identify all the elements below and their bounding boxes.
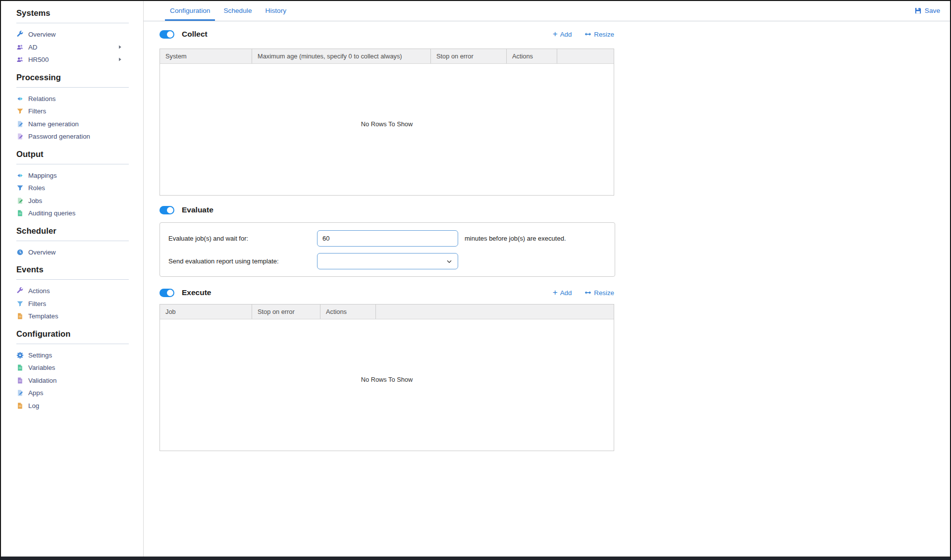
sidebar-item-label: Auditing queries bbox=[28, 209, 75, 217]
sidebar-item-templates[interactable]: Templates bbox=[16, 310, 134, 323]
document-edit-icon bbox=[16, 389, 24, 397]
toggle-knob bbox=[167, 290, 173, 296]
resize-arrows-icon bbox=[584, 31, 591, 38]
plus-icon: + bbox=[553, 288, 558, 297]
sidebar-item-relations[interactable]: Relations bbox=[16, 93, 134, 105]
collect-resize-button[interactable]: Resize bbox=[584, 30, 614, 38]
document-icon bbox=[16, 377, 24, 384]
sidebar-item-filters-events[interactable]: Filters bbox=[16, 298, 134, 310]
plus-icon: + bbox=[553, 30, 558, 38]
collect-empty-message: No Rows To Show bbox=[160, 120, 614, 128]
relation-arrows-icon bbox=[16, 172, 24, 179]
sidebar-section-output: Output Mappings Roles Jobs Auditing quer… bbox=[16, 150, 143, 220]
chevron-right-icon bbox=[117, 56, 123, 62]
sidebar-item-label: AD bbox=[28, 44, 37, 51]
collect-table-header: System Maximum age (minutes, specify 0 t… bbox=[160, 49, 614, 64]
relation-arrows-icon bbox=[16, 95, 24, 102]
execute-table-body: No Rows To Show bbox=[160, 319, 614, 451]
column-header-stop-on-error: Stop on error bbox=[430, 49, 506, 63]
execute-section-header: Execute + Add Resize bbox=[159, 288, 614, 297]
main-panel: Configuration Schedule History Save Coll… bbox=[144, 0, 951, 560]
clock-icon bbox=[16, 249, 24, 256]
sidebar-item-password-generation[interactable]: Password generation bbox=[16, 130, 134, 143]
sidebar-item-label: Filters bbox=[28, 300, 46, 307]
sidebar-item-overview[interactable]: Overview bbox=[16, 28, 134, 41]
collect-table-body: No Rows To Show bbox=[160, 64, 614, 195]
tab-configuration[interactable]: Configuration bbox=[165, 0, 215, 21]
sidebar-item-label: Mappings bbox=[28, 172, 57, 179]
sidebar-item-label: Settings bbox=[28, 352, 52, 359]
divider bbox=[16, 241, 129, 241]
collect-section-header: Collect + Add Resize bbox=[159, 30, 614, 39]
evaluate-wait-suffix: minutes before job(s) are executed. bbox=[465, 230, 566, 247]
resize-label: Resize bbox=[594, 289, 614, 297]
sidebar-item-apps[interactable]: Apps bbox=[16, 387, 134, 400]
sidebar-item-hr500[interactable]: HR500 bbox=[16, 53, 134, 66]
sidebar-item-label: Name generation bbox=[28, 120, 79, 128]
sidebar-item-log[interactable]: Log bbox=[16, 400, 134, 412]
save-icon bbox=[914, 7, 922, 14]
execute-resize-button[interactable]: Resize bbox=[584, 289, 614, 297]
column-header-stop-on-error: Stop on error bbox=[252, 305, 320, 319]
execute-add-button[interactable]: + Add bbox=[553, 289, 572, 297]
sidebar-item-settings[interactable]: Settings bbox=[16, 349, 134, 362]
sidebar-section-scheduler: Scheduler Overview bbox=[16, 226, 143, 259]
column-header-spacer bbox=[557, 49, 614, 63]
sidebar-item-label: Filters bbox=[28, 107, 46, 115]
sidebar-section-systems: Systems Overview AD HR500 bbox=[16, 8, 143, 66]
section-title-systems: Systems bbox=[16, 8, 143, 18]
funnel-icon bbox=[16, 300, 24, 307]
evaluate-toggle[interactable] bbox=[159, 206, 174, 214]
chevron-right-icon bbox=[117, 44, 123, 50]
document-icon bbox=[16, 402, 24, 409]
users-icon bbox=[16, 56, 24, 63]
sidebar: Systems Overview AD HR500 Processing Rel… bbox=[0, 0, 144, 560]
sidebar-item-validation[interactable]: Validation bbox=[16, 374, 134, 387]
divider bbox=[16, 279, 129, 280]
column-header-actions: Actions bbox=[506, 49, 557, 63]
collect-add-button[interactable]: + Add bbox=[553, 30, 572, 38]
sidebar-item-label: Actions bbox=[28, 287, 50, 295]
sidebar-section-processing: Processing Relations Filters Name genera… bbox=[16, 73, 143, 143]
sidebar-item-roles[interactable]: Roles bbox=[16, 182, 134, 195]
sidebar-item-scheduler-overview[interactable]: Overview bbox=[16, 246, 134, 259]
divider bbox=[16, 87, 129, 88]
evaluate-template-label: Send evaluation report using template: bbox=[168, 253, 279, 269]
sidebar-item-actions[interactable]: Actions bbox=[16, 285, 134, 298]
tab-history[interactable]: History bbox=[261, 0, 292, 21]
sidebar-item-auditing-queries[interactable]: Auditing queries bbox=[16, 207, 134, 220]
toggle-knob bbox=[167, 31, 173, 38]
section-title-processing: Processing bbox=[16, 73, 143, 82]
sidebar-item-ad[interactable]: AD bbox=[16, 41, 134, 54]
document-edit-icon bbox=[16, 197, 24, 204]
sidebar-item-filters-processing[interactable]: Filters bbox=[16, 105, 134, 118]
evaluate-wait-input[interactable] bbox=[317, 230, 458, 247]
chevron-down-icon bbox=[446, 258, 453, 265]
sidebar-item-label: Log bbox=[28, 402, 39, 409]
divider bbox=[16, 23, 129, 23]
template-select[interactable] bbox=[317, 253, 458, 269]
toggle-knob bbox=[167, 207, 173, 213]
document-icon bbox=[16, 364, 24, 371]
sidebar-section-events: Events Actions Filters Templates bbox=[16, 265, 143, 323]
add-label: Add bbox=[560, 289, 572, 297]
sidebar-item-jobs[interactable]: Jobs bbox=[16, 195, 134, 207]
sidebar-item-label: HR500 bbox=[28, 56, 49, 63]
evaluate-panel: Evaluate job(s) and wait for: minutes be… bbox=[159, 222, 615, 277]
document-icon bbox=[16, 209, 24, 217]
gear-icon bbox=[16, 352, 24, 359]
collect-title: Collect bbox=[182, 30, 208, 39]
sidebar-item-mappings[interactable]: Mappings bbox=[16, 169, 134, 182]
divider bbox=[16, 164, 129, 164]
sidebar-item-label: Overview bbox=[28, 249, 55, 256]
save-button[interactable]: Save bbox=[914, 0, 940, 21]
sidebar-item-variables[interactable]: Variables bbox=[16, 361, 134, 374]
collect-toggle[interactable] bbox=[159, 30, 174, 39]
section-title-output: Output bbox=[16, 150, 143, 159]
execute-toggle[interactable] bbox=[159, 289, 174, 297]
section-title-scheduler: Scheduler bbox=[16, 226, 143, 236]
add-label: Add bbox=[560, 31, 572, 38]
sidebar-item-name-generation[interactable]: Name generation bbox=[16, 118, 134, 131]
tab-schedule[interactable]: Schedule bbox=[218, 0, 257, 21]
evaluate-title: Evaluate bbox=[182, 205, 213, 214]
